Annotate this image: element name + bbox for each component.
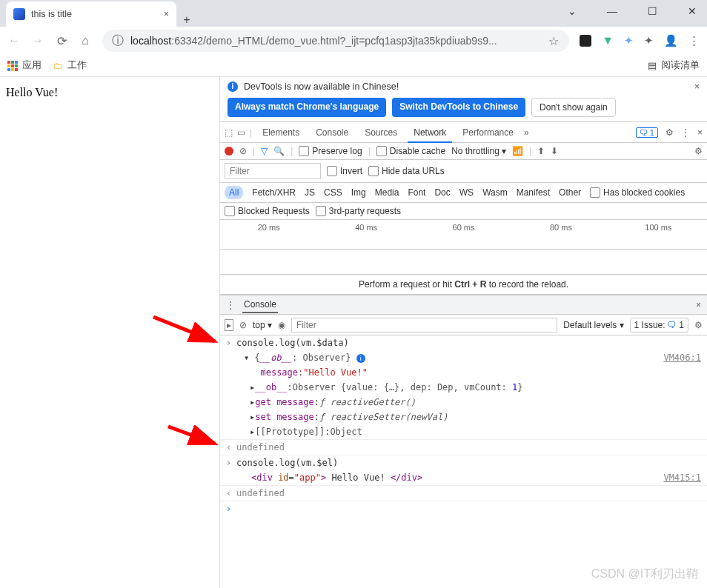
upload-icon[interactable]: ⬆	[537, 146, 545, 156]
console-clear-icon[interactable]: ⊘	[239, 320, 247, 330]
bookmark-work[interactable]: 🗀工作	[53, 59, 87, 72]
url-input[interactable]: ⓘ localhost:63342/demo_HTML/demo_vue.htm…	[102, 30, 569, 52]
filter-all[interactable]: All	[225, 186, 243, 199]
filter-img[interactable]: Img	[351, 187, 366, 198]
network-filter-input[interactable]	[225, 163, 321, 179]
object-header[interactable]: ▾ {__ob__: Observer} i	[236, 353, 365, 363]
record-icon[interactable]	[225, 147, 233, 156]
invert-checkbox[interactable]: Invert	[327, 166, 362, 176]
infobar-btn-switch[interactable]: Switch DevTools to Chinese	[392, 98, 525, 117]
home-icon[interactable]: ⌂	[79, 34, 92, 47]
minimize-icon[interactable]: —	[603, 5, 621, 17]
drawer-kebab-icon[interactable]: ⋮	[226, 300, 235, 310]
filter-manifest[interactable]: Manifest	[517, 187, 550, 198]
prompt-icon[interactable]: ›	[226, 504, 236, 514]
console-sidebar-icon[interactable]: ▸	[225, 319, 233, 331]
object-setter[interactable]: ▸ set message: ƒ reactiveSetter(newVal)	[220, 410, 707, 424]
filter-wasm[interactable]: Wasm	[482, 187, 508, 198]
filter-media[interactable]: Media	[375, 187, 399, 198]
network-type-filter: All Fetch/XHR JS CSS Img Media Font Doc …	[220, 183, 707, 203]
filter-fetch[interactable]: Fetch/XHR	[252, 187, 296, 198]
blocked-cookies-checkbox[interactable]: Has blocked cookies	[590, 187, 685, 198]
extensions-icon[interactable]: ✦	[644, 34, 654, 47]
infobar-close-icon[interactable]: ×	[694, 81, 700, 92]
search-icon[interactable]: 🔍	[273, 146, 285, 156]
object-prop-message: message: "Hello Vue!"	[220, 365, 707, 380]
hide-urls-checkbox[interactable]: Hide data URLs	[368, 166, 445, 176]
preserve-log-checkbox[interactable]: Preserve log	[299, 146, 362, 156]
devtools-tabs: ⬚ ▭ | Elements Console Sources Network P…	[220, 122, 707, 143]
filter-other[interactable]: Other	[559, 187, 581, 198]
console-element[interactable]: <div id="app"> Hello Vue! </div>	[236, 472, 422, 483]
reload-icon[interactable]: ⟳	[55, 34, 68, 48]
profile-icon[interactable]: 👤	[664, 34, 678, 47]
time-tick: 80 ms	[512, 223, 609, 246]
disable-cache-checkbox[interactable]: Disable cache	[376, 146, 445, 156]
kebab-icon[interactable]: ⋮	[681, 127, 690, 138]
throttling-select[interactable]: No throttling ▾	[451, 146, 506, 156]
close-icon[interactable]: ✕	[683, 5, 701, 17]
filter-font[interactable]: Font	[408, 187, 425, 198]
console-settings-icon[interactable]: ⚙	[694, 320, 703, 330]
extensions-area: ▼ ✦ ✦ 👤 ⋮	[580, 34, 700, 47]
devtools-close-icon[interactable]: ×	[697, 127, 703, 138]
kebab-menu-icon[interactable]: ⋮	[688, 34, 700, 47]
download-icon[interactable]: ⬇	[551, 146, 558, 156]
blocked-requests-checkbox[interactable]: Blocked Requests	[225, 206, 310, 216]
object-prop-ob[interactable]: ▸ __ob__: Observer {value: {…}, dep: Dep…	[220, 380, 707, 395]
console-filter-input[interactable]	[291, 318, 557, 333]
forward-icon[interactable]: →	[31, 34, 44, 47]
filter-icon[interactable]: ▽	[261, 146, 268, 156]
settings-icon[interactable]: ⚙	[665, 127, 674, 138]
chevron-down-icon[interactable]: ⌄	[563, 5, 581, 17]
device-icon[interactable]: ▭	[237, 127, 245, 138]
source-link[interactable]: VM415:1	[663, 472, 701, 483]
infobar-btn-match[interactable]: Always match Chrome's language	[228, 98, 386, 117]
filter-doc[interactable]: Doc	[434, 187, 450, 198]
network-filter-bar: Invert Hide data URLs	[220, 160, 707, 183]
tab-elements[interactable]: Elements	[256, 122, 305, 143]
object-getter[interactable]: ▸ get message: ƒ reactiveGetter()	[220, 395, 707, 410]
log-levels-select[interactable]: Default levels ▾	[563, 320, 623, 330]
star-icon[interactable]: ☆	[547, 34, 560, 48]
drawer-close-icon[interactable]: ×	[696, 300, 701, 310]
console-return-undefined: undefined	[236, 442, 285, 452]
eye-icon[interactable]: ◉	[278, 320, 285, 330]
tab-sources[interactable]: Sources	[359, 122, 403, 143]
browser-tab[interactable]: this is title ×	[6, 1, 176, 27]
tab-title: this is title	[31, 9, 72, 19]
back-icon[interactable]: ←	[7, 34, 21, 47]
vue-devtools-icon[interactable]: ▼	[602, 34, 614, 47]
issues-button[interactable]: 1 Issue: 🗨 1	[630, 318, 688, 333]
object-prototype[interactable]: ▸ [[Prototype]]: Object	[220, 424, 707, 439]
tab-performance[interactable]: Performance	[457, 122, 520, 143]
inspect-icon[interactable]: ⬚	[225, 127, 233, 138]
network-settings-icon[interactable]: ⚙	[694, 146, 703, 156]
new-tab-button[interactable]: +	[176, 13, 197, 27]
clear-icon[interactable]: ⊘	[239, 146, 247, 156]
console-input-1: console.log(vm.$data)	[236, 338, 349, 348]
extension-icon-2[interactable]: ✦	[624, 34, 634, 47]
drawer-tab-console[interactable]: Console	[242, 296, 278, 313]
source-link[interactable]: VM406:1	[663, 353, 701, 363]
more-tabs-icon[interactable]: »	[524, 127, 529, 138]
issues-badge[interactable]: 🗨 1	[636, 127, 658, 138]
tab-strip: this is title × + ⌄ — ☐ ✕	[0, 0, 707, 27]
maximize-icon[interactable]: ☐	[643, 5, 661, 17]
filter-ws[interactable]: WS	[459, 187, 474, 198]
site-info-icon[interactable]: ⓘ	[111, 33, 125, 49]
svg-line-0	[153, 317, 215, 341]
wifi-icon[interactable]: 📶	[512, 146, 523, 156]
extension-icon-1[interactable]	[580, 35, 591, 47]
bookmark-apps[interactable]: 应用	[7, 59, 42, 72]
infobar-btn-dontshow[interactable]: Don't show again	[531, 98, 616, 117]
tab-close-icon[interactable]: ×	[164, 9, 169, 19]
tab-console[interactable]: Console	[310, 122, 354, 143]
reading-list[interactable]: ▤阅读清单	[648, 59, 700, 72]
filter-css[interactable]: CSS	[324, 187, 342, 198]
info-dot-icon[interactable]: i	[356, 354, 365, 363]
filter-js[interactable]: JS	[305, 187, 315, 198]
context-select[interactable]: top ▾	[253, 320, 272, 330]
thirdparty-checkbox[interactable]: 3rd-party requests	[316, 206, 401, 216]
tab-network[interactable]: Network	[408, 122, 452, 143]
